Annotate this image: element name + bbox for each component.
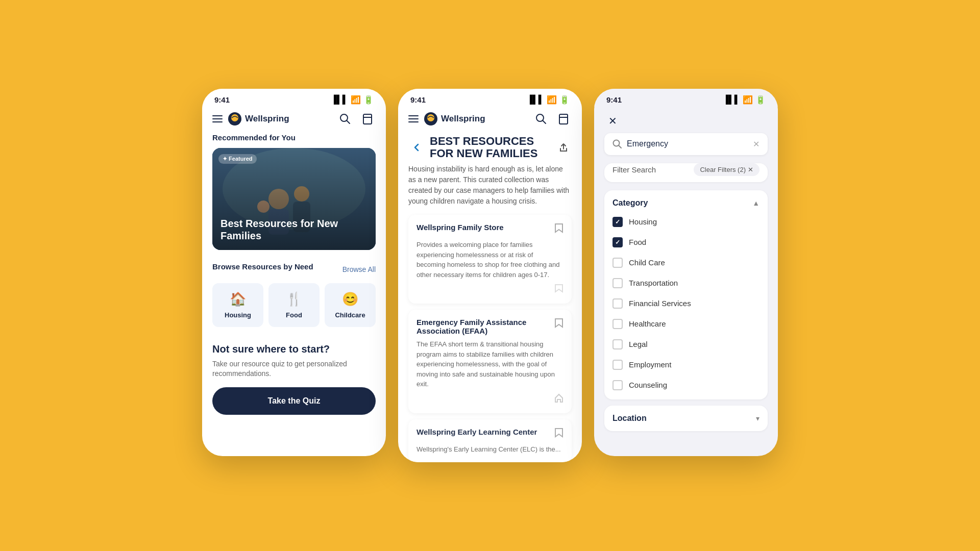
close-button[interactable]: ✕ (604, 113, 621, 129)
category-label-food: Food (629, 238, 646, 246)
res-card-header-3: Wellspring Early Learning Center (416, 428, 564, 440)
brand-name-1: Wellspring (245, 114, 289, 124)
battery-icon-1: 🔋 (363, 95, 374, 105)
category-item-transportation[interactable]: Transportation (604, 273, 768, 293)
resource-card-1[interactable]: Wellspring Family Store Provides a welco… (408, 215, 572, 304)
browse-all-link[interactable]: Browse All (342, 265, 376, 273)
hamburger-menu-1[interactable] (212, 115, 223, 122)
checkbox-financial[interactable] (612, 298, 623, 309)
featured-title: Best Resources for New Families (220, 217, 368, 242)
search-clear-button[interactable]: ✕ (753, 139, 760, 149)
clear-filters-button[interactable]: Clear Filters (2) ✕ (694, 163, 760, 176)
resource-cards: Wellspring Family Store Provides a welco… (398, 215, 582, 462)
search-bar-container: ✕ (594, 133, 778, 163)
quiz-section: Not sure where to start? Take our resour… (212, 339, 376, 419)
chevron-down-icon[interactable]: ▾ (756, 414, 760, 422)
checkbox-housing[interactable] (612, 217, 623, 227)
category-item-childcare[interactable]: Child Care (604, 253, 768, 273)
category-item-financial[interactable]: Financial Services (604, 293, 768, 314)
checkbox-food[interactable] (612, 237, 623, 247)
food-icon: 🍴 (286, 291, 302, 307)
res-card-title-3: Wellspring Early Learning Center (416, 428, 550, 436)
category-item-healthcare[interactable]: Healthcare (604, 314, 768, 334)
nav-right-2 (533, 111, 572, 127)
childcare-label: Childcare (335, 311, 365, 319)
housing-label: Housing (225, 311, 251, 319)
checkbox-childcare[interactable] (612, 258, 623, 268)
wellspring-logo-icon-1 (228, 112, 242, 126)
search-input-3[interactable] (627, 139, 748, 148)
food-label: Food (286, 311, 302, 319)
hamburger-menu-2[interactable] (408, 115, 419, 122)
res-card-footer-1 (416, 284, 564, 295)
checkbox-counseling[interactable] (612, 380, 623, 390)
bookmark-button-1[interactable] (359, 111, 376, 127)
resource-item-childcare[interactable]: 😊 Childcare (325, 283, 376, 327)
featured-card[interactable]: ✦ Featured Best Resources for New Famili… (212, 148, 376, 250)
nav-bar-1: Wellspring (202, 107, 386, 133)
status-bar-1: 9:41 ▐▌▌ 📶 🔋 (202, 89, 386, 107)
recommended-label: Recommended for You (212, 133, 376, 142)
res-card-body-2: The EFAA short term & transitional housi… (416, 339, 564, 389)
res-card-footer-2 (416, 393, 564, 405)
svg-line-20 (619, 145, 621, 148)
svg-line-16 (543, 120, 546, 123)
category-item-legal[interactable]: Legal (604, 334, 768, 355)
home-svg-2 (554, 393, 564, 403)
checkbox-transportation[interactable] (612, 278, 623, 288)
bookmark-icon-card-2[interactable] (554, 318, 564, 331)
location-title: Location (612, 414, 647, 423)
bookmark-footer-svg-1 (554, 284, 564, 293)
resource-card-2[interactable]: Emergency Family Assistance Association … (408, 310, 572, 413)
resource-item-food[interactable]: 🍴 Food (268, 283, 320, 327)
share-icon (558, 142, 569, 153)
resource-card-3[interactable]: Wellspring Early Learning Center Wellspr… (408, 419, 572, 463)
category-item-food[interactable]: Food (604, 232, 768, 253)
resource-item-housing[interactable]: 🏠 Housing (212, 283, 263, 327)
res-card-body-1: Provides a welcoming place for families … (416, 240, 564, 280)
category-item-employment[interactable]: Employment (604, 355, 768, 375)
nav-left-2: Wellspring (408, 112, 485, 126)
quiz-button[interactable]: Take the Quiz (212, 387, 376, 415)
checkbox-employment[interactable] (612, 360, 623, 370)
clear-filters-icon: ✕ (748, 166, 753, 173)
res-card-title-1: Wellspring Family Store (416, 223, 550, 232)
category-item-counseling[interactable]: Counseling (604, 375, 768, 395)
battery-icon-3: 🔋 (755, 95, 766, 105)
home-icon-card-2 (554, 393, 564, 405)
svg-line-3 (347, 120, 350, 123)
bookmark-button-2[interactable] (555, 111, 572, 127)
wellspring-logo-icon-2 (424, 112, 438, 126)
checkbox-healthcare[interactable] (612, 319, 623, 329)
bookmark-icon-nav-2 (558, 113, 569, 124)
phones-container: 9:41 ▐▌▌ 📶 🔋 Wellspring (202, 89, 778, 462)
status-icons-2: ▐▌▌ 📶 🔋 (527, 95, 570, 105)
share-button[interactable] (555, 139, 572, 156)
quiz-heading: Not sure where to start? (212, 343, 376, 355)
location-section: Location ▾ (604, 406, 768, 431)
svg-point-1 (231, 114, 238, 121)
status-bar-3: 9:41 ▐▌▌ 📶 🔋 (594, 89, 778, 107)
logo-container-1: Wellspring (228, 112, 289, 126)
logo-container-2: Wellspring (424, 112, 485, 126)
bookmark-icon-card-1[interactable] (554, 223, 564, 236)
category-label-healthcare: Healthcare (629, 319, 666, 328)
featured-badge: ✦ Featured (218, 154, 257, 164)
housing-icon: 🏠 (230, 291, 246, 307)
category-label-employment: Employment (629, 360, 671, 369)
category-item-housing[interactable]: Housing (604, 212, 768, 232)
filter-search-label: Filter Search (612, 165, 656, 174)
bookmark-icon-card-3[interactable] (554, 428, 564, 440)
phone-filter: 9:41 ▐▌▌ 📶 🔋 ✕ ✕ Fil (594, 89, 778, 456)
nav-bar-2: Wellspring (398, 107, 582, 133)
status-time-2: 9:41 (410, 95, 426, 104)
close-bar: ✕ (594, 107, 778, 133)
search-button-2[interactable] (533, 111, 549, 127)
back-button[interactable] (408, 139, 425, 156)
chevron-up-icon[interactable]: ▲ (752, 199, 760, 207)
search-button-1[interactable] (337, 111, 353, 127)
location-header[interactable]: Location ▾ (604, 406, 768, 431)
battery-icon-2: 🔋 (559, 95, 570, 105)
nav-right-1 (337, 111, 376, 127)
checkbox-legal[interactable] (612, 339, 623, 349)
